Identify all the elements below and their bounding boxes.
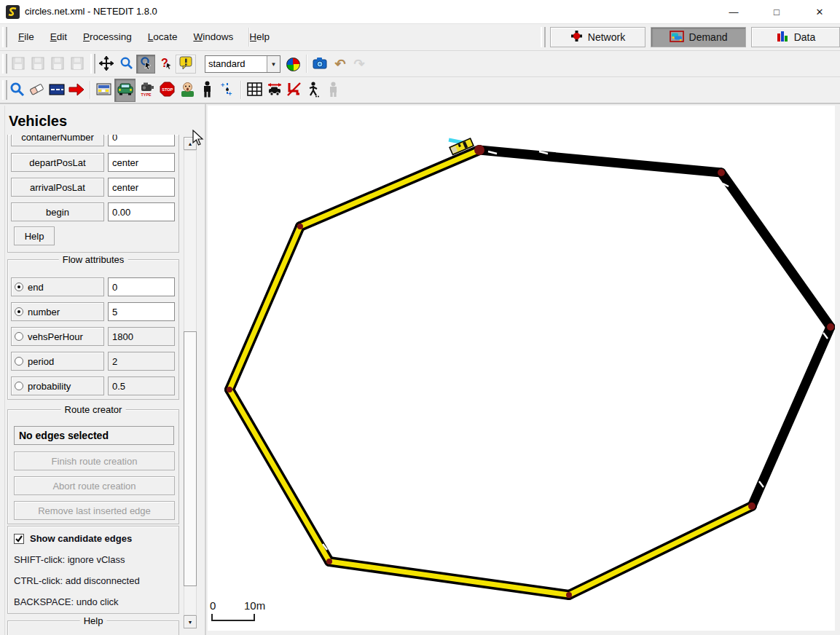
flow-radio-button[interactable]: vehsPerHour bbox=[11, 327, 104, 346]
toolbar-grip[interactable] bbox=[2, 27, 7, 47]
flow-value-input[interactable]: 0.5 bbox=[108, 376, 175, 395]
menu-help[interactable]: Help bbox=[241, 24, 278, 50]
network-canvas[interactable]: 0 10m bbox=[208, 106, 835, 631]
vehicle-mode-button[interactable] bbox=[114, 79, 136, 102]
ride-mode-button[interactable] bbox=[284, 79, 304, 102]
menu-edit[interactable]: Edit bbox=[42, 24, 75, 50]
help-group: Help bbox=[7, 620, 179, 635]
flow-label: end bbox=[28, 282, 44, 293]
person-icon bbox=[202, 81, 213, 100]
move-mode-button[interactable] bbox=[66, 79, 86, 102]
save-demand-icon bbox=[51, 57, 64, 72]
attribute-value-input[interactable]: center bbox=[108, 153, 175, 172]
attribute-label-button[interactable]: arrivalPosLat bbox=[11, 178, 104, 197]
attribute-label-button[interactable]: begin bbox=[11, 202, 104, 221]
redo-button[interactable]: ↷ bbox=[350, 55, 369, 74]
minimize-button[interactable]: — bbox=[717, 0, 750, 23]
walk-icon bbox=[307, 82, 321, 100]
flow-radio-button[interactable]: probability bbox=[11, 376, 104, 395]
pan-view-button[interactable] bbox=[97, 55, 116, 74]
menu-locate[interactable]: Locate bbox=[140, 24, 186, 50]
flow-radio-button[interactable]: number bbox=[11, 302, 104, 321]
attribute-value-input[interactable]: center bbox=[108, 178, 175, 197]
flow-value-input[interactable]: 5 bbox=[108, 302, 175, 321]
checkbox-label[interactable]: Show candidate edges bbox=[30, 533, 132, 544]
flow-radio-button[interactable]: end bbox=[11, 277, 104, 296]
data-mode-icon bbox=[776, 31, 789, 44]
hint-backspace: BACKSPACE: undo click bbox=[14, 596, 119, 607]
stop-mode-button[interactable]: STOP bbox=[157, 79, 177, 102]
radio-icon[interactable] bbox=[15, 382, 23, 390]
junction-marker bbox=[827, 323, 834, 331]
undo-button[interactable]: ↶ bbox=[331, 55, 350, 74]
scrollbar-thumb[interactable] bbox=[184, 331, 197, 586]
select-mode-button[interactable] bbox=[47, 79, 66, 102]
junction-marker bbox=[474, 145, 484, 155]
zoom-button[interactable] bbox=[117, 55, 136, 74]
route-mode-button[interactable] bbox=[94, 79, 114, 102]
messages-icon bbox=[179, 56, 193, 72]
finish-route-button[interactable]: Finish route creation bbox=[14, 451, 175, 470]
chevron-down-icon[interactable]: ▼ bbox=[267, 56, 280, 72]
attribute-label-button[interactable]: containerNumber bbox=[11, 135, 104, 146]
delete-icon bbox=[29, 82, 44, 98]
remove-last-edge-button[interactable]: Remove last inserted edge bbox=[14, 501, 175, 520]
modes-grip[interactable] bbox=[541, 27, 546, 47]
maximize-button[interactable]: □ bbox=[760, 0, 793, 23]
abort-route-button[interactable]: Abort route creation bbox=[14, 476, 175, 495]
save-demand-button[interactable] bbox=[48, 55, 67, 74]
attribute-value-input[interactable]: 0 bbox=[108, 135, 175, 146]
flow-label: vehsPerHour bbox=[28, 331, 83, 342]
walk-mode-button[interactable] bbox=[304, 79, 323, 102]
delete-mode-button[interactable] bbox=[27, 79, 47, 102]
person-plan-icon: ++ bbox=[220, 82, 235, 100]
flow-radio-button[interactable]: period bbox=[11, 352, 104, 371]
radio-icon[interactable] bbox=[15, 307, 23, 316]
toolbar-grip[interactable] bbox=[2, 80, 7, 100]
save-network-button[interactable] bbox=[9, 55, 28, 74]
supermode-network-button[interactable]: Network bbox=[550, 27, 645, 47]
radio-icon[interactable] bbox=[15, 332, 23, 341]
svg-text:+: + bbox=[228, 90, 232, 98]
person-type-mode-button[interactable] bbox=[178, 79, 197, 102]
supermode-demand-button[interactable]: Demand bbox=[651, 27, 746, 47]
attribute-value-input[interactable]: 0.00 bbox=[108, 202, 175, 221]
toolbar-grip[interactable] bbox=[2, 54, 7, 74]
context-help-icon: ? bbox=[159, 56, 173, 72]
person-plan-mode-button[interactable]: ++ bbox=[217, 79, 237, 102]
menu-file[interactable]: File bbox=[10, 24, 42, 50]
supermode-data-button[interactable]: Data bbox=[751, 27, 840, 47]
person-mode-button[interactable] bbox=[198, 79, 216, 102]
view-scheme-combobox[interactable]: standard ▼ bbox=[205, 55, 280, 73]
close-button[interactable]: ✕ bbox=[803, 0, 836, 23]
zoom-cursor-button[interactable] bbox=[136, 55, 155, 74]
spread-vehicles-button[interactable] bbox=[264, 79, 284, 102]
toggle-grid-button[interactable] bbox=[245, 79, 264, 102]
route-creator-group: Route creator No edges selected Finish r… bbox=[7, 409, 179, 524]
inspect-mode-button[interactable] bbox=[7, 79, 27, 102]
vehicle-icon bbox=[117, 82, 134, 98]
save-additionals-button[interactable] bbox=[28, 55, 47, 74]
snapshot-button[interactable] bbox=[310, 55, 329, 74]
context-help-button[interactable]: ? bbox=[156, 55, 175, 74]
toolbar-grip[interactable] bbox=[90, 54, 95, 74]
save-data-button[interactable] bbox=[68, 55, 87, 74]
menu-windows[interactable]: Windows bbox=[185, 24, 241, 50]
flow-value-input[interactable]: 2 bbox=[108, 352, 175, 371]
flow-value-input[interactable]: 1800 bbox=[108, 327, 175, 346]
attributes-help-button[interactable]: Help bbox=[14, 226, 55, 245]
color-scheme-button[interactable] bbox=[283, 55, 303, 74]
messages-button[interactable] bbox=[176, 55, 196, 74]
person-lock-button[interactable] bbox=[323, 79, 343, 102]
zoom-cursor-icon bbox=[139, 56, 153, 72]
scroll-down-button[interactable]: ▼ bbox=[184, 615, 197, 628]
menu-processing[interactable]: Processing bbox=[75, 24, 140, 50]
window-right-border bbox=[835, 104, 840, 635]
attribute-label-button[interactable]: departPosLat bbox=[11, 153, 104, 172]
checkbox-icon[interactable] bbox=[14, 534, 24, 544]
radio-icon[interactable] bbox=[15, 283, 23, 291]
vehicle-type-mode-button[interactable]: TYPE bbox=[137, 79, 157, 102]
radio-icon[interactable] bbox=[15, 357, 23, 366]
flow-value-input[interactable]: 0 bbox=[108, 277, 175, 296]
app-logo-icon bbox=[6, 5, 20, 19]
